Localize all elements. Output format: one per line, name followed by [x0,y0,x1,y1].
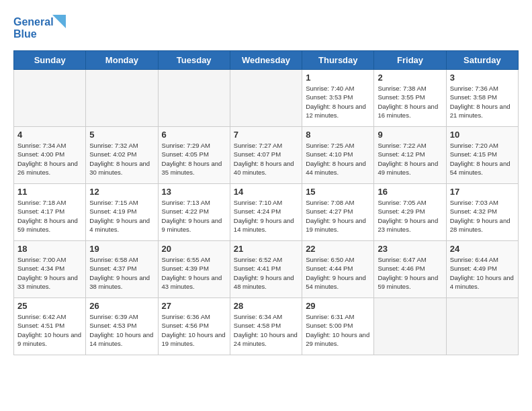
day-info: Sunrise: 6:55 AM Sunset: 4:39 PM Dayligh… [162,255,226,291]
day-number: 29 [306,301,370,311]
svg-text:Blue: Blue [13,28,37,40]
day-number: 25 [17,301,82,311]
svg-marker-2 [52,15,66,28]
day-number: 27 [162,301,226,311]
day-info: Sunrise: 7:13 AM Sunset: 4:22 PM Dayligh… [162,198,226,234]
day-number: 2 [378,73,442,83]
day-number: 7 [234,130,298,140]
day-info: Sunrise: 6:39 AM Sunset: 4:53 PM Dayligh… [89,312,154,348]
day-info: Sunrise: 7:29 AM Sunset: 4:05 PM Dayligh… [162,141,226,177]
calendar-cell: 8Sunrise: 7:25 AM Sunset: 4:10 PM Daylig… [302,127,374,184]
calendar-cell: 10Sunrise: 7:20 AM Sunset: 4:15 PM Dayli… [446,127,518,184]
calendar-header: SundayMondayTuesdayWednesdayThursdayFrid… [14,51,519,70]
day-number: 6 [162,130,226,140]
calendar-cell: 11Sunrise: 7:18 AM Sunset: 4:17 PM Dayli… [14,184,86,241]
day-info: Sunrise: 6:31 AM Sunset: 5:00 PM Dayligh… [306,312,370,348]
calendar-cell: 3Sunrise: 7:36 AM Sunset: 3:58 PM Daylig… [446,70,518,127]
header: GeneralBlue [13,13,519,44]
calendar-cell [14,70,86,127]
calendar-week-row: 11Sunrise: 7:18 AM Sunset: 4:17 PM Dayli… [14,184,519,241]
calendar-cell: 17Sunrise: 7:03 AM Sunset: 4:32 PM Dayli… [446,184,518,241]
day-number: 13 [162,187,226,197]
calendar-cell: 7Sunrise: 7:27 AM Sunset: 4:07 PM Daylig… [230,127,302,184]
logo: GeneralBlue [13,13,67,44]
weekday-header-row: SundayMondayTuesdayWednesdayThursdayFrid… [14,51,519,70]
weekday-header-saturday: Saturday [446,51,518,70]
calendar-cell: 6Sunrise: 7:29 AM Sunset: 4:05 PM Daylig… [158,127,230,184]
calendar-cell: 21Sunrise: 6:52 AM Sunset: 4:41 PM Dayli… [230,241,302,298]
calendar-cell [446,298,518,355]
day-number: 19 [89,244,154,254]
day-info: Sunrise: 6:36 AM Sunset: 4:56 PM Dayligh… [162,312,226,348]
calendar-cell: 24Sunrise: 6:44 AM Sunset: 4:49 PM Dayli… [446,241,518,298]
calendar-cell [230,70,302,127]
day-info: Sunrise: 7:34 AM Sunset: 4:00 PM Dayligh… [17,141,82,177]
calendar-cell: 16Sunrise: 7:05 AM Sunset: 4:29 PM Dayli… [374,184,446,241]
calendar-week-row: 18Sunrise: 7:00 AM Sunset: 4:34 PM Dayli… [14,241,519,298]
calendar-cell: 15Sunrise: 7:08 AM Sunset: 4:27 PM Dayli… [302,184,374,241]
calendar-table: SundayMondayTuesdayWednesdayThursdayFrid… [13,50,519,355]
day-info: Sunrise: 7:32 AM Sunset: 4:02 PM Dayligh… [89,141,154,177]
day-info: Sunrise: 7:05 AM Sunset: 4:29 PM Dayligh… [378,198,442,234]
day-number: 20 [162,244,226,254]
day-info: Sunrise: 7:40 AM Sunset: 3:53 PM Dayligh… [306,84,370,120]
day-info: Sunrise: 7:38 AM Sunset: 3:55 PM Dayligh… [378,84,442,120]
calendar-cell: 28Sunrise: 6:34 AM Sunset: 4:58 PM Dayli… [230,298,302,355]
day-info: Sunrise: 6:34 AM Sunset: 4:58 PM Dayligh… [234,312,298,348]
weekday-header-monday: Monday [86,51,158,70]
calendar-cell: 18Sunrise: 7:00 AM Sunset: 4:34 PM Dayli… [14,241,86,298]
day-number: 8 [306,130,370,140]
logo-svg: GeneralBlue [13,13,67,44]
calendar-week-row: 1Sunrise: 7:40 AM Sunset: 3:53 PM Daylig… [14,70,519,127]
day-number: 15 [306,187,370,197]
day-info: Sunrise: 7:25 AM Sunset: 4:10 PM Dayligh… [306,141,370,177]
day-info: Sunrise: 6:47 AM Sunset: 4:46 PM Dayligh… [378,255,442,291]
weekday-header-wednesday: Wednesday [230,51,302,70]
day-info: Sunrise: 7:15 AM Sunset: 4:19 PM Dayligh… [89,198,154,234]
calendar-week-row: 25Sunrise: 6:42 AM Sunset: 4:51 PM Dayli… [14,298,519,355]
calendar-cell: 26Sunrise: 6:39 AM Sunset: 4:53 PM Dayli… [86,298,158,355]
day-info: Sunrise: 7:00 AM Sunset: 4:34 PM Dayligh… [17,255,82,291]
day-info: Sunrise: 7:20 AM Sunset: 4:15 PM Dayligh… [450,141,515,177]
day-number: 1 [306,73,370,83]
day-number: 10 [450,130,515,140]
day-number: 5 [89,130,154,140]
day-number: 23 [378,244,442,254]
day-number: 24 [450,244,515,254]
calendar-cell: 13Sunrise: 7:13 AM Sunset: 4:22 PM Dayli… [158,184,230,241]
weekday-header-sunday: Sunday [14,51,86,70]
day-info: Sunrise: 7:10 AM Sunset: 4:24 PM Dayligh… [234,198,298,234]
day-number: 16 [378,187,442,197]
calendar-cell: 4Sunrise: 7:34 AM Sunset: 4:00 PM Daylig… [14,127,86,184]
calendar-cell: 19Sunrise: 6:58 AM Sunset: 4:37 PM Dayli… [86,241,158,298]
calendar-cell: 25Sunrise: 6:42 AM Sunset: 4:51 PM Dayli… [14,298,86,355]
calendar-cell: 12Sunrise: 7:15 AM Sunset: 4:19 PM Dayli… [86,184,158,241]
day-number: 17 [450,187,515,197]
calendar-cell: 14Sunrise: 7:10 AM Sunset: 4:24 PM Dayli… [230,184,302,241]
calendar-cell [374,298,446,355]
calendar-cell: 22Sunrise: 6:50 AM Sunset: 4:44 PM Dayli… [302,241,374,298]
day-info: Sunrise: 7:36 AM Sunset: 3:58 PM Dayligh… [450,84,515,120]
day-number: 14 [234,187,298,197]
calendar-cell: 2Sunrise: 7:38 AM Sunset: 3:55 PM Daylig… [374,70,446,127]
day-info: Sunrise: 6:42 AM Sunset: 4:51 PM Dayligh… [17,312,82,348]
day-info: Sunrise: 7:27 AM Sunset: 4:07 PM Dayligh… [234,141,298,177]
day-number: 28 [234,301,298,311]
day-info: Sunrise: 6:52 AM Sunset: 4:41 PM Dayligh… [234,255,298,291]
calendar-cell: 20Sunrise: 6:55 AM Sunset: 4:39 PM Dayli… [158,241,230,298]
day-number: 12 [89,187,154,197]
weekday-header-tuesday: Tuesday [158,51,230,70]
day-number: 3 [450,73,515,83]
day-info: Sunrise: 7:03 AM Sunset: 4:32 PM Dayligh… [450,198,515,234]
day-number: 26 [89,301,154,311]
day-info: Sunrise: 7:18 AM Sunset: 4:17 PM Dayligh… [17,198,82,234]
calendar-cell: 23Sunrise: 6:47 AM Sunset: 4:46 PM Dayli… [374,241,446,298]
day-info: Sunrise: 6:50 AM Sunset: 4:44 PM Dayligh… [306,255,370,291]
weekday-header-thursday: Thursday [302,51,374,70]
day-info: Sunrise: 6:58 AM Sunset: 4:37 PM Dayligh… [89,255,154,291]
calendar-cell: 1Sunrise: 7:40 AM Sunset: 3:53 PM Daylig… [302,70,374,127]
calendar-body: 1Sunrise: 7:40 AM Sunset: 3:53 PM Daylig… [14,70,519,355]
day-number: 4 [17,130,82,140]
day-number: 11 [17,187,82,197]
day-info: Sunrise: 7:22 AM Sunset: 4:12 PM Dayligh… [378,141,442,177]
